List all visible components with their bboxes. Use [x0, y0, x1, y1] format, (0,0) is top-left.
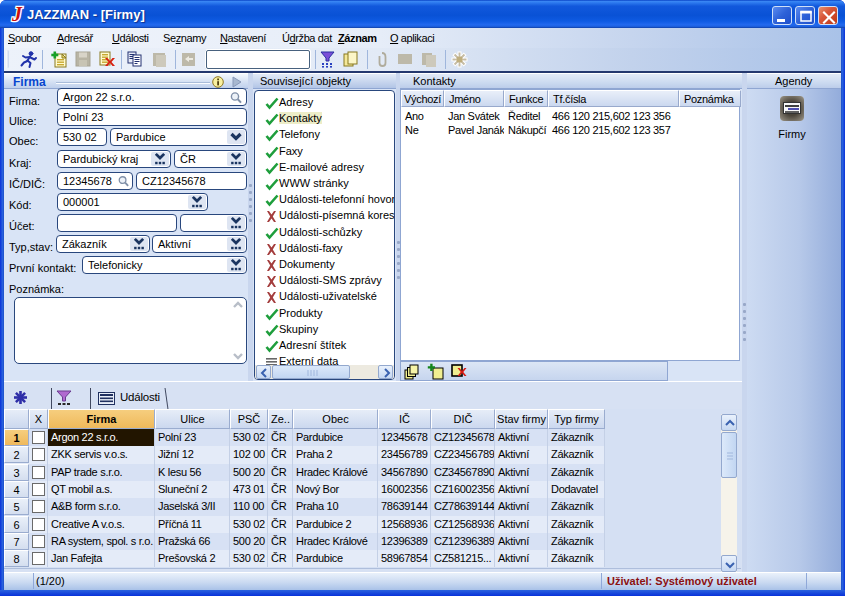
svg-text:J: J	[11, 4, 23, 25]
